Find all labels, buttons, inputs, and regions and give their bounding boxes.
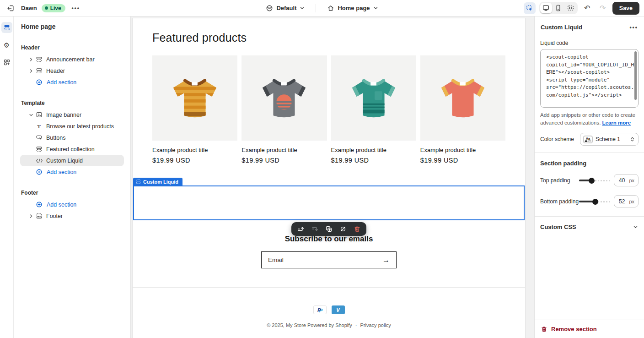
theme-options-button[interactable]: ••• xyxy=(70,2,82,14)
move-down-button[interactable] xyxy=(311,225,318,233)
privacy-policy-link[interactable]: Privacy policy xyxy=(360,322,391,328)
sections-icon xyxy=(3,24,11,31)
email-input[interactable] xyxy=(268,256,382,263)
delete-section-button[interactable] xyxy=(354,225,361,233)
color-scheme-value: Scheme 1 xyxy=(596,136,627,142)
desktop-preview-button[interactable] xyxy=(540,3,552,13)
add-section-template-button[interactable]: Add section xyxy=(20,166,124,178)
sidebar-item-footer[interactable]: Footer xyxy=(20,210,124,222)
chevron-right-icon xyxy=(28,68,34,74)
product-title[interactable]: Example product title xyxy=(152,147,237,153)
bottom-padding-label: Bottom padding xyxy=(540,198,579,205)
custom-liquid-section[interactable]: Custom Liquid xyxy=(133,178,525,220)
exit-icon xyxy=(6,4,15,12)
color-scheme-swatch-icon: Aa xyxy=(583,136,593,143)
code-scrollbar[interactable] xyxy=(634,51,637,100)
product-title[interactable]: Example product title xyxy=(331,147,416,153)
delete-trash-icon xyxy=(354,225,361,233)
slider-thumb[interactable] xyxy=(589,178,595,184)
group-label-header: Header xyxy=(14,42,130,54)
move-down-icon xyxy=(311,225,318,233)
theme-settings-button[interactable]: ⚙ xyxy=(1,39,12,50)
group-label-template: Template xyxy=(14,97,130,109)
bottom-padding-slider[interactable] xyxy=(579,198,610,205)
section-options-button[interactable]: ••• xyxy=(629,24,638,31)
chevron-down-icon xyxy=(633,224,639,230)
sidebar-item-image-banner[interactable]: Image banner xyxy=(20,109,124,120)
remove-section-button[interactable]: Remove section xyxy=(535,320,644,338)
exit-editor-button[interactable] xyxy=(5,2,16,14)
settings-panel-title: Custom Liquid xyxy=(541,24,582,31)
bottom-padding-input[interactable]: 52 px xyxy=(614,195,639,207)
redo-button[interactable]: ↷ xyxy=(597,2,609,14)
product-card[interactable]: Example product title $19.99 USD xyxy=(242,55,327,164)
sidebar-item-heading-block[interactable]: T Browse our latest products xyxy=(20,120,124,132)
duplicate-button[interactable] xyxy=(325,225,333,233)
device-preview-segmented-control xyxy=(539,2,578,14)
sidebar-item-announcement-bar[interactable]: Announcement bar xyxy=(20,54,124,65)
product-price: $19.99 USD xyxy=(152,157,237,164)
trash-icon xyxy=(541,326,547,333)
product-card[interactable]: Example product title $19.99 USD xyxy=(152,55,237,164)
custom-liquid-empty-content[interactable] xyxy=(133,185,525,220)
product-image-tshirt xyxy=(168,73,222,123)
hide-section-button[interactable] xyxy=(339,225,347,233)
mobile-preview-button[interactable] xyxy=(553,3,564,13)
product-title[interactable]: Example product title xyxy=(242,147,327,153)
slider-thumb[interactable] xyxy=(592,199,598,205)
undo-button[interactable]: ↶ xyxy=(581,2,593,14)
section-icon xyxy=(36,56,43,63)
app-embeds-button[interactable] xyxy=(1,57,12,68)
footer-divider xyxy=(133,287,525,288)
top-bar: Dawn Live ••• Default Home page xyxy=(0,0,644,16)
product-card[interactable]: Example product title $19.99 USD xyxy=(331,55,416,164)
featured-products-heading: Featured products xyxy=(152,31,505,44)
product-price: $19.99 USD xyxy=(331,157,416,164)
product-image-tshirt xyxy=(257,73,311,123)
theme-style-selector[interactable]: Default xyxy=(263,3,307,14)
sidebar-item-custom-liquid[interactable]: Custom Liquid xyxy=(20,155,124,166)
mobile-icon xyxy=(554,4,562,12)
sidebar-item-buttons-block[interactable]: Buttons xyxy=(20,132,124,143)
copyright-text: © 2025, My Store Powered by Shopify xyxy=(267,322,352,328)
fullscreen-icon xyxy=(567,4,574,12)
liquid-code-content[interactable]: <scout-copilot copilot_id="YOUR_COPILOT_… xyxy=(546,54,634,99)
section-actions-toolbar xyxy=(291,222,366,236)
custom-css-accordion[interactable]: Custom CSS xyxy=(540,224,639,230)
chevron-right-icon xyxy=(28,213,34,219)
sidebar-item-header[interactable]: Header xyxy=(20,65,124,76)
move-up-icon xyxy=(297,225,304,233)
inspector-icon xyxy=(526,4,533,12)
divider xyxy=(316,4,316,12)
add-section-footer-button[interactable]: Add section xyxy=(20,199,124,210)
learn-more-link[interactable]: Learn more xyxy=(602,120,631,125)
add-circle-icon xyxy=(36,169,43,175)
newsletter-heading: Subscribe to our emails xyxy=(152,234,505,244)
buttons-icon xyxy=(36,134,43,141)
email-submit-arrow-icon[interactable]: → xyxy=(382,256,390,264)
save-button[interactable]: Save xyxy=(612,2,639,15)
sections-panel-button[interactable] xyxy=(1,22,12,33)
product-title[interactable]: Example product title xyxy=(420,147,505,153)
top-padding-input[interactable]: 40 px xyxy=(614,174,639,186)
divider xyxy=(535,153,644,153)
add-section-header-button[interactable]: Add section xyxy=(20,76,124,88)
section-icon xyxy=(36,146,43,153)
fullscreen-preview-button[interactable] xyxy=(565,3,577,13)
editor-icon-strip: ⚙ xyxy=(0,16,14,338)
sidebar-item-featured-collection[interactable]: Featured collection xyxy=(20,143,124,155)
color-scheme-select[interactable]: Aa Scheme 1 xyxy=(580,133,639,146)
select-updown-icon xyxy=(629,136,635,142)
hide-eye-icon xyxy=(339,225,347,233)
undo-icon: ↶ xyxy=(584,5,590,12)
footer-icon xyxy=(36,213,43,219)
text-icon: T xyxy=(36,123,42,130)
svg-text:Aa: Aa xyxy=(586,136,590,140)
liquid-code-editor[interactable]: <scout-copilot copilot_id="YOUR_COPILOT_… xyxy=(540,49,639,108)
inspector-toggle-button[interactable] xyxy=(524,2,536,14)
page-selector[interactable]: Home page xyxy=(324,3,381,14)
top-padding-slider[interactable] xyxy=(579,177,610,184)
chevron-down-icon xyxy=(300,5,305,11)
move-up-button[interactable] xyxy=(297,225,304,233)
product-card[interactable]: Example product title $19.99 USD xyxy=(420,55,505,164)
